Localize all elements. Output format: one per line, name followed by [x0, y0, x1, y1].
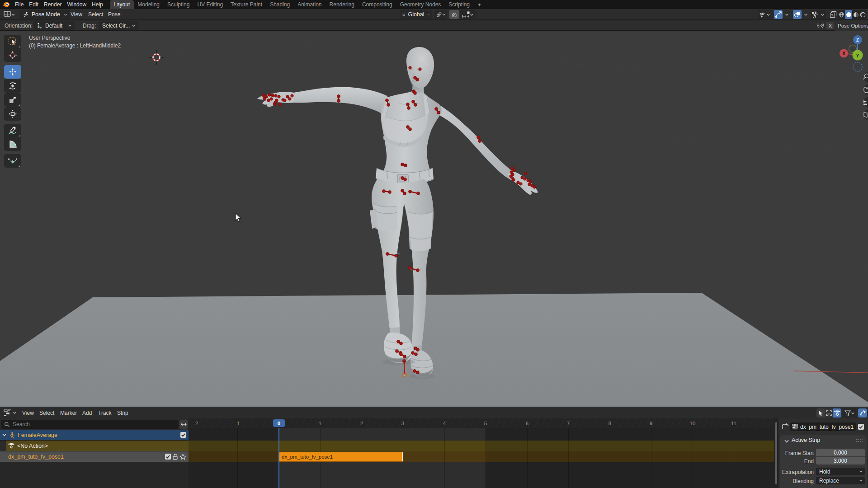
- viewport-menu[interactable]: Select: [88, 9, 103, 20]
- marker-dot[interactable]: [267, 99, 270, 102]
- marker-dot[interactable]: [528, 183, 531, 186]
- nla-menu[interactable]: View: [22, 407, 34, 419]
- nla-menu[interactable]: Strip: [117, 407, 128, 419]
- blending-dropdown[interactable]: Replace: [816, 477, 865, 484]
- region-overlap-button[interactable]: [828, 10, 838, 19]
- marker-dot[interactable]: [271, 94, 274, 97]
- marker-dot[interactable]: [291, 94, 293, 97]
- tool-move[interactable]: [4, 65, 21, 79]
- workspace-tab[interactable]: Rendering: [326, 0, 358, 9]
- workspace-tab[interactable]: Texture Paint: [227, 0, 266, 9]
- workspace-tab[interactable]: Layout: [110, 0, 134, 9]
- end-field[interactable]: 3.000: [816, 457, 865, 465]
- tool-transform[interactable]: [4, 107, 21, 121]
- pose-options-panel-header[interactable]: Pose Options: [835, 20, 868, 31]
- marker-dot[interactable]: [268, 94, 271, 96]
- marker-dot[interactable]: [283, 99, 286, 102]
- topbar-menu[interactable]: Help: [89, 0, 106, 9]
- show-overlays-toggle[interactable]: [793, 10, 802, 19]
- frame-start-field[interactable]: 0.000: [816, 449, 865, 456]
- marker-dot[interactable]: [286, 95, 289, 98]
- marker-dot[interactable]: [513, 169, 515, 172]
- tool-annotate[interactable]: [4, 124, 21, 137]
- solo-star-icon[interactable]: [179, 454, 186, 460]
- active-strip-panel-title[interactable]: Active Strip: [792, 437, 820, 443]
- add-workspace-button[interactable]: +: [474, 0, 486, 9]
- workspace-tab[interactable]: Animation: [294, 0, 326, 9]
- tool-cursor[interactable]: [4, 48, 21, 62]
- viewport-menu[interactable]: View: [71, 9, 82, 20]
- mode-selector[interactable]: Pose Mode: [20, 10, 71, 19]
- box-select-button[interactable]: [825, 408, 833, 418]
- playhead-line[interactable]: [278, 428, 279, 488]
- marker-dot[interactable]: [521, 176, 524, 179]
- gizmo-dropdown[interactable]: [783, 10, 791, 19]
- tool-select-box[interactable]: [4, 35, 21, 48]
- marker-dot[interactable]: [524, 172, 527, 175]
- marker-dot[interactable]: [517, 181, 519, 184]
- workspace-tab[interactable]: Sculpting: [164, 0, 193, 9]
- workspace-tab[interactable]: UV Editing: [193, 0, 227, 9]
- 3d-viewport[interactable]: Z X Y: [0, 31, 868, 407]
- viewport-menu[interactable]: Pose: [108, 9, 120, 20]
- strip-enabled-checkbox[interactable]: [858, 424, 864, 430]
- vertical-scrollbar[interactable]: [775, 422, 777, 484]
- overlays-dropdown[interactable]: [802, 10, 810, 19]
- drag-orientation-selector[interactable]: Default: [33, 21, 75, 30]
- track-checkbox[interactable]: [165, 454, 171, 460]
- tool-pose-breakdowner[interactable]: [4, 154, 21, 168]
- marker-dot[interactable]: [270, 98, 273, 100]
- tweak-select-button[interactable]: [816, 408, 825, 418]
- topbar-menu[interactable]: File: [12, 0, 26, 9]
- nla-timeline[interactable]: -2-11234567891011 0 dx_pm_tuto_fv_pose1: [189, 418, 774, 488]
- topbar-menu[interactable]: Edit: [26, 0, 41, 9]
- marker-dot[interactable]: [409, 66, 411, 69]
- marker-dot[interactable]: [419, 68, 421, 70]
- channel-row-object[interactable]: FemaleAverage: [0, 430, 189, 440]
- workspace-tab[interactable]: Shading: [266, 0, 294, 9]
- nla-menu[interactable]: Marker: [60, 407, 77, 419]
- object-channel-checkbox[interactable]: [180, 432, 186, 438]
- current-frame-box[interactable]: 0: [273, 419, 285, 427]
- shading-material-button[interactable]: [853, 10, 859, 19]
- filter-button[interactable]: [843, 408, 856, 418]
- nla-search-field[interactable]: Search: [1, 420, 179, 429]
- shading-solid-button[interactable]: [845, 10, 852, 19]
- keyframe-filter-button[interactable]: [833, 408, 841, 418]
- editor-type-button[interactable]: [3, 10, 17, 19]
- marker-dot[interactable]: [278, 95, 280, 98]
- show-hide-selector[interactable]: [758, 10, 772, 19]
- marker-dot[interactable]: [279, 103, 282, 106]
- marker-dot[interactable]: [519, 183, 522, 185]
- nla-menu[interactable]: Select: [39, 407, 54, 419]
- transform-orientation-selector[interactable]: Global: [400, 10, 432, 19]
- panel-grip-icon[interactable]: [855, 439, 863, 442]
- blender-logo-icon[interactable]: [0, 0, 12, 9]
- xray-dropdown[interactable]: [819, 10, 826, 19]
- show-gizmo-toggle[interactable]: [774, 10, 783, 19]
- workspace-tab[interactable]: Scripting: [445, 0, 474, 9]
- marker-dot[interactable]: [533, 186, 536, 188]
- nla-menu[interactable]: Track: [98, 407, 112, 419]
- marker-dot[interactable]: [512, 178, 515, 181]
- marker-dot[interactable]: [274, 94, 277, 97]
- shading-rendered-button[interactable]: [859, 10, 866, 19]
- snap-target-selector[interactable]: [434, 10, 447, 19]
- snap-nla-button[interactable]: [858, 408, 867, 418]
- channel-row-no-action[interactable]: <No Action>: [6, 441, 189, 451]
- marker-dot[interactable]: [262, 94, 265, 97]
- marker-dot[interactable]: [524, 178, 526, 180]
- workspace-tab[interactable]: Compositing: [358, 0, 396, 9]
- unlock-icon[interactable]: [172, 454, 178, 460]
- marker-dot[interactable]: [263, 97, 266, 100]
- topbar-menu[interactable]: Render: [41, 0, 64, 9]
- shading-wireframe-button[interactable]: [838, 10, 845, 19]
- mirror-x-toggle[interactable]: X: [826, 22, 834, 29]
- nla-ruler[interactable]: -2-11234567891011 0: [189, 418, 774, 428]
- tool-measure[interactable]: [4, 137, 21, 151]
- tool-scale[interactable]: [4, 93, 21, 107]
- topbar-menu[interactable]: Window: [64, 0, 89, 9]
- channel-row-track[interactable]: dx_pm_tuto_fv_pose1: [0, 451, 189, 462]
- marker-dot[interactable]: [273, 103, 276, 105]
- panel-collapse-chevron[interactable]: [784, 439, 789, 443]
